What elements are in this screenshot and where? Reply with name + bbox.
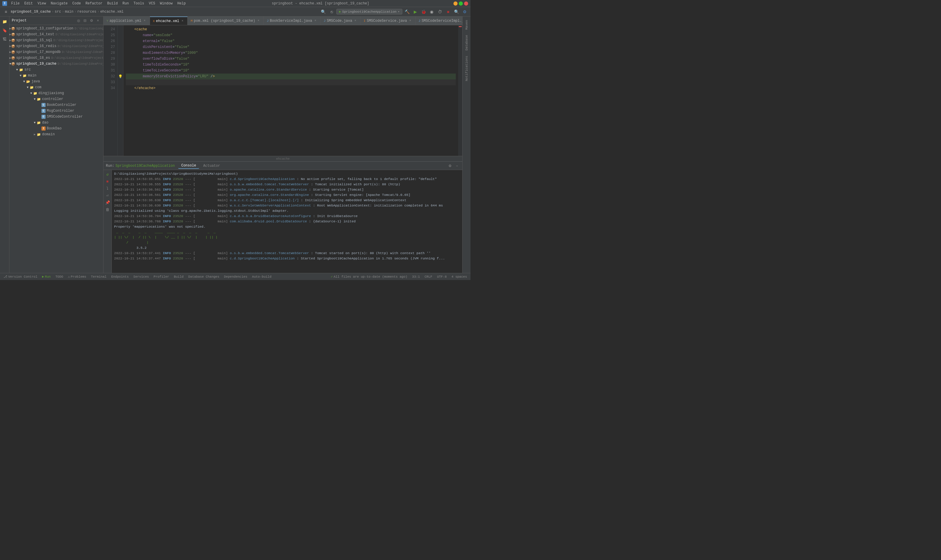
settings-btn[interactable]: ⚙ — [461, 8, 468, 15]
tree-item-dao[interactable]: ▼ 📁 dao — [9, 120, 103, 126]
make-btn[interactable]: 🔨 — [403, 8, 411, 15]
endpoints-status[interactable]: Endpoints — [110, 275, 130, 278]
database-changes-status[interactable]: Database Changes — [187, 275, 221, 278]
tab-application-yml[interactable]: Y application.yml × — [103, 17, 150, 25]
console-tab[interactable]: Console — [178, 163, 199, 169]
run-soft-wrap-btn[interactable]: ⏎ — [105, 192, 111, 199]
menu-tools[interactable]: Tools — [132, 1, 146, 6]
maximize-button[interactable] — [459, 2, 463, 6]
tree-item-bookcontroller[interactable]: C BookController — [9, 102, 103, 108]
code-area[interactable]: <cache name="smsCode" eternal="false" di… — [123, 25, 458, 156]
menu-file[interactable]: File — [9, 1, 22, 6]
tree-item-bookdao[interactable]: I BookDao — [9, 126, 103, 131]
structure-icon[interactable]: 🏗 — [1, 35, 9, 43]
locate-file-btn[interactable]: ◎ — [75, 18, 81, 23]
tree-item-springboot15[interactable]: ▶ 📦 springboot_15_sql D:\DingJiaxiong\Id… — [9, 37, 103, 43]
menu-vcs[interactable]: VCS — [147, 1, 157, 6]
tab-ehcache-xml[interactable]: X ehcache.xml × — [150, 17, 188, 25]
profile-btn[interactable]: ⏱ — [437, 8, 443, 15]
project-icon[interactable]: ≡ — [2, 8, 9, 15]
bookmarks-icon[interactable]: 🔖 — [1, 26, 9, 35]
console-area[interactable]: D:\DingJiaxiong\IdeaProjects\SpringBootS… — [112, 170, 462, 273]
stop-btn[interactable]: ■ — [444, 8, 452, 15]
minimize-button[interactable] — [454, 2, 458, 6]
tab-smscodeservice[interactable]: I SMSCodeService.java × — [361, 17, 415, 25]
menu-edit[interactable]: Edit — [23, 1, 35, 6]
tab-smscodeservice-close[interactable]: × — [408, 19, 412, 23]
database-panel-label[interactable]: Database — [464, 33, 469, 53]
tree-item-springboot17[interactable]: ▶ 📦 springboot_17_mongodb D:\DingJiaxion… — [9, 49, 103, 55]
encoding-status[interactable]: UTF-8 — [436, 275, 448, 278]
todo-status[interactable]: TODO — [54, 275, 64, 278]
tree-item-main[interactable]: ▼ 📁 main — [9, 73, 103, 78]
profiler-status[interactable]: Profiler — [152, 275, 170, 278]
tree-item-msgcontroller[interactable]: C MsgController — [9, 108, 103, 114]
run-restart-btn[interactable]: ↺ — [105, 171, 111, 178]
run-scroll-btn[interactable]: ⤵ — [105, 185, 111, 192]
run-clear-btn[interactable]: 🗑 — [105, 206, 111, 213]
project-name[interactable]: springboot_19_cache — [11, 10, 51, 14]
tree-item-com[interactable]: ▼ 📁 com — [9, 85, 103, 90]
menu-help[interactable]: Help — [175, 1, 188, 6]
run-stop-btn[interactable]: ■ — [105, 178, 111, 185]
run-pin-btn[interactable]: 📌 — [105, 199, 111, 206]
bottom-minimize-btn[interactable]: − — [454, 163, 460, 169]
tree-item-domain[interactable]: ▶ 📁 domain — [9, 131, 103, 137]
project-panel-icon[interactable]: 📁 — [1, 18, 9, 26]
terminal-status[interactable]: Terminal — [90, 275, 108, 278]
auto-build-status[interactable]: Auto-build — [251, 275, 272, 278]
line-ending-status[interactable]: CRLF — [423, 275, 434, 278]
version-control-status[interactable]: ⎇ Version Control — [2, 275, 38, 278]
tab-pom-xml[interactable]: M pom.xml (springboot_19_cache) × — [188, 17, 263, 25]
navigate-btn[interactable]: ⎋ — [328, 8, 335, 15]
panel-settings-btn[interactable]: ⚙ — [89, 18, 94, 23]
tree-item-controller[interactable]: ▼ 📁 controller — [9, 96, 103, 102]
tab-close-btn[interactable]: × — [143, 19, 147, 23]
indent-status[interactable]: 4 spaces — [450, 275, 468, 278]
tab-smscodeserviceimpl[interactable]: J SMSCodeServiceImpl.java × — [415, 17, 462, 25]
search-everywhere-btn[interactable]: 🔍 — [320, 8, 327, 15]
maven-panel-label[interactable]: Maven — [464, 18, 469, 32]
tree-item-springboot19[interactable]: ▼ 📦 springboot_19_cache D:\DingJiaxiong\… — [9, 61, 103, 67]
services-status[interactable]: Services — [132, 275, 150, 278]
menu-refactor[interactable]: Refactor — [84, 1, 105, 6]
run-btn[interactable]: ▶ — [412, 8, 419, 15]
panel-close-btn[interactable]: × — [95, 18, 101, 23]
tab-pom-close[interactable]: × — [257, 19, 261, 23]
menu-run[interactable]: Run — [121, 1, 131, 6]
tree-item-springboot18[interactable]: ▶ 📦 springboot_18_es D:\DingJiaxiong\Ide… — [9, 55, 103, 61]
tree-item-dingjiaxiong[interactable]: ▼ 📁 dingjiaxiong — [9, 90, 103, 96]
coverage-btn[interactable]: ◉ — [428, 8, 435, 15]
tree-item-java[interactable]: ▼ 📂 java — [9, 78, 103, 85]
menu-window[interactable]: Window — [158, 1, 174, 6]
position-status[interactable]: 33:1 — [411, 275, 421, 278]
tab-bookserviceimpl-close[interactable]: × — [314, 19, 318, 23]
tree-item-src[interactable]: ▼ 📁 src — [9, 67, 103, 73]
run-status[interactable]: ▶ Run — [41, 275, 52, 278]
tab-smscode-close[interactable]: × — [354, 19, 358, 23]
tab-smscode[interactable]: J SMSCode.java × — [321, 17, 361, 25]
close-button[interactable] — [464, 2, 468, 6]
menu-code[interactable]: Code — [71, 1, 83, 6]
tree-item-springboot14[interactable]: ▶ 📦 springboot_14_test D:\DingJiaxiong\I… — [9, 31, 103, 37]
tree-item-springboot13[interactable]: ▶ 📦 springboot_13_configuration D:\DingJ… — [9, 26, 103, 31]
tab-close-active-btn[interactable]: × — [180, 19, 185, 23]
search-btn[interactable]: 🔍 — [453, 8, 460, 15]
actuator-tab[interactable]: Actuator — [200, 163, 223, 169]
notifications-panel-label[interactable]: Notifications — [464, 54, 469, 83]
tree-item-springboot16[interactable]: ▶ 📦 springboot_16_redis D:\DingJiaxiong\… — [9, 43, 103, 49]
all-files-status: ✓ All files are up-to-date (moments ago) — [330, 275, 409, 278]
code-line-28: maxElementsInMemory="1000" — [126, 50, 456, 56]
tab-bookserviceimpl[interactable]: J BookServiceImpl.java × — [264, 17, 321, 25]
collapse-all-btn[interactable]: ⊟ — [82, 18, 88, 23]
menu-view[interactable]: View — [36, 1, 48, 6]
build-status[interactable]: Build — [172, 275, 185, 278]
problems-status[interactable]: ⚠ Problems — [67, 275, 87, 278]
debug-btn[interactable]: 🐞 — [420, 8, 427, 15]
dependencies-status[interactable]: Dependencies — [223, 275, 249, 278]
menu-build[interactable]: Build — [105, 1, 119, 6]
tree-item-smscodecontroller[interactable]: C SMSCodeController — [9, 114, 103, 120]
bottom-settings-btn[interactable]: ⚙ — [447, 163, 453, 169]
menu-navigate[interactable]: Navigate — [49, 1, 69, 6]
run-config[interactable]: ▶ Springboot19CacheApplication ▾ — [337, 9, 402, 14]
